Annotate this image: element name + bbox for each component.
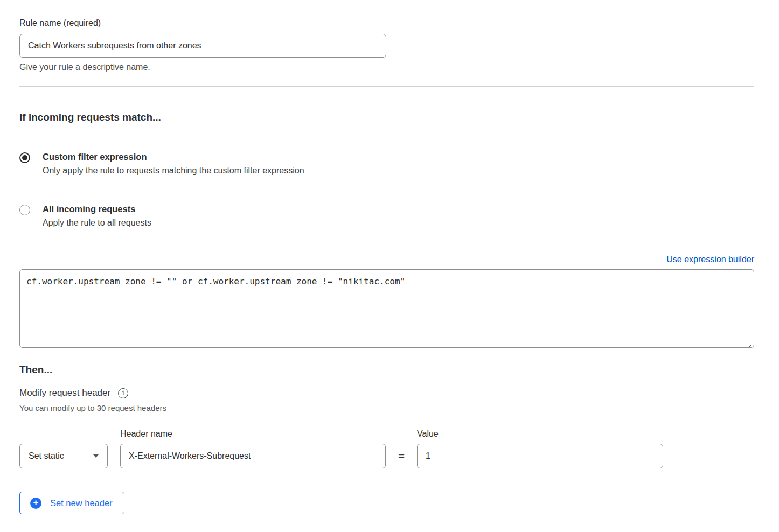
use-expression-builder-link[interactable]: Use expression builder [666, 255, 754, 264]
header-editor-grid: Header name Value Set static = [19, 429, 754, 468]
radio-button-all-requests[interactable] [19, 205, 30, 215]
radio-description-custom-filter: Only apply the rule to requests matching… [43, 166, 304, 176]
header-name-column-label: Header name [120, 429, 386, 439]
header-value-input[interactable] [417, 444, 663, 468]
radio-option-all-requests[interactable]: All incoming requests Apply the rule to … [19, 204, 754, 228]
value-column-label: Value [417, 429, 663, 439]
chevron-down-icon [93, 454, 99, 458]
equals-sign: = [386, 450, 417, 463]
filter-expression-textarea[interactable]: cf.worker.upstream_zone != "" or cf.work… [19, 269, 754, 348]
plus-icon: + [30, 498, 41, 509]
expression-builder-link-row: Use expression builder [19, 255, 754, 264]
radio-description-all-requests: Apply the rule to all requests [43, 218, 151, 228]
radio-option-texts: All incoming requests Apply the rule to … [43, 204, 151, 228]
rule-name-help-text: Give your rule a descriptive name. [19, 62, 754, 72]
section-divider [19, 86, 754, 87]
set-new-header-button[interactable]: + Set new header [19, 492, 124, 514]
then-section-heading: Then... [19, 364, 754, 376]
rule-configuration-form: Rule name (required) Give your rule a de… [0, 0, 779, 532]
info-icon[interactable]: i [118, 388, 128, 398]
modify-header-help-text: You can modify up to 30 request headers [19, 403, 754, 412]
radio-button-custom-filter[interactable] [19, 152, 30, 163]
action-row: Modify request header i [19, 388, 754, 398]
radio-selected-dot [22, 155, 27, 160]
operation-select-value: Set static [29, 451, 64, 461]
set-new-header-button-label: Set new header [50, 498, 113, 508]
rule-name-label: Rule name (required) [19, 18, 754, 28]
match-section-heading: If incoming requests match... [19, 111, 754, 123]
modify-request-header-label: Modify request header [19, 388, 110, 398]
radio-label-custom-filter: Custom filter expression [43, 152, 304, 162]
header-name-input[interactable] [120, 444, 386, 468]
radio-label-all-requests: All incoming requests [43, 204, 151, 214]
operation-select[interactable]: Set static [19, 444, 108, 468]
rule-name-input[interactable] [19, 34, 386, 58]
radio-option-custom-filter[interactable]: Custom filter expression Only apply the … [19, 152, 754, 176]
radio-option-texts: Custom filter expression Only apply the … [43, 152, 304, 176]
